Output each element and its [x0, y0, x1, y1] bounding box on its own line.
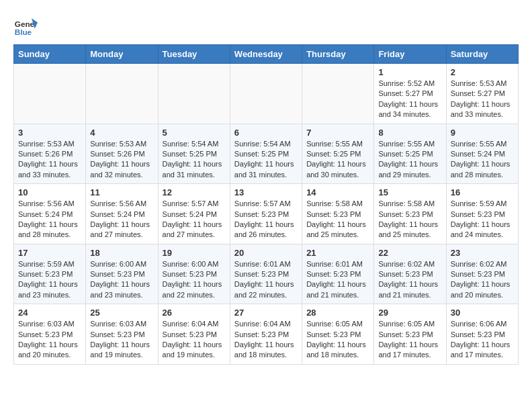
day-number: 26 [163, 308, 226, 318]
day-info: Sunrise: 6:05 AM Sunset: 5:23 PM Dayligh… [306, 319, 369, 361]
calendar-cell: 23Sunrise: 6:02 AM Sunset: 5:23 PM Dayli… [446, 244, 518, 304]
day-info: Sunrise: 5:58 AM Sunset: 5:23 PM Dayligh… [378, 199, 441, 240]
day-info: Sunrise: 5:59 AM Sunset: 5:23 PM Dayligh… [451, 199, 514, 240]
day-number: 17 [18, 248, 81, 258]
day-number: 19 [163, 248, 226, 258]
day-info: Sunrise: 5:56 AM Sunset: 5:24 PM Dayligh… [18, 199, 81, 240]
calendar-cell: 15Sunrise: 5:58 AM Sunset: 5:23 PM Dayli… [374, 184, 446, 244]
calendar-cell [86, 64, 158, 124]
day-info: Sunrise: 5:57 AM Sunset: 5:24 PM Dayligh… [163, 199, 226, 240]
day-info: Sunrise: 5:55 AM Sunset: 5:24 PM Dayligh… [451, 139, 514, 181]
calendar-cell [230, 64, 302, 124]
calendar-cell: 7Sunrise: 5:55 AM Sunset: 5:25 PM Daylig… [302, 124, 374, 184]
day-number: 15 [378, 187, 441, 197]
header-tuesday: Tuesday [158, 45, 230, 64]
day-number: 2 [451, 67, 514, 77]
day-info: Sunrise: 5:57 AM Sunset: 5:23 PM Dayligh… [234, 199, 298, 240]
calendar-cell: 3Sunrise: 5:53 AM Sunset: 5:26 PM Daylig… [14, 124, 86, 184]
day-info: Sunrise: 5:52 AM Sunset: 5:27 PM Dayligh… [378, 79, 441, 120]
logo: General Blue [13, 13, 38, 38]
day-info: Sunrise: 6:01 AM Sunset: 5:23 PM Dayligh… [234, 259, 298, 301]
header-monday: Monday [86, 45, 158, 64]
calendar-cell: 18Sunrise: 6:00 AM Sunset: 5:23 PM Dayli… [86, 244, 158, 304]
calendar-table: SundayMondayTuesdayWednesdayThursdayFrid… [13, 44, 519, 365]
calendar-cell: 16Sunrise: 5:59 AM Sunset: 5:23 PM Dayli… [446, 184, 518, 244]
day-number: 3 [18, 128, 81, 138]
calendar-cell: 28Sunrise: 6:05 AM Sunset: 5:23 PM Dayli… [302, 304, 374, 365]
day-info: Sunrise: 6:06 AM Sunset: 5:23 PM Dayligh… [451, 319, 514, 361]
day-number: 13 [234, 187, 298, 197]
calendar-cell: 13Sunrise: 5:57 AM Sunset: 5:23 PM Dayli… [230, 184, 302, 244]
header-row: SundayMondayTuesdayWednesdayThursdayFrid… [14, 45, 519, 64]
day-number: 12 [163, 187, 226, 197]
week-row-0: 1Sunrise: 5:52 AM Sunset: 5:27 PM Daylig… [14, 64, 519, 124]
week-row-3: 17Sunrise: 5:59 AM Sunset: 5:23 PM Dayli… [14, 244, 519, 304]
day-number: 4 [90, 128, 153, 138]
day-info: Sunrise: 6:02 AM Sunset: 5:23 PM Dayligh… [451, 259, 514, 301]
header-sunday: Sunday [14, 45, 86, 64]
day-number: 6 [234, 128, 298, 138]
calendar-cell: 26Sunrise: 6:04 AM Sunset: 5:23 PM Dayli… [158, 304, 230, 365]
day-number: 23 [451, 248, 514, 258]
calendar-cell: 24Sunrise: 6:03 AM Sunset: 5:23 PM Dayli… [14, 304, 86, 365]
day-info: Sunrise: 5:53 AM Sunset: 5:26 PM Dayligh… [90, 139, 153, 181]
calendar-cell: 22Sunrise: 6:02 AM Sunset: 5:23 PM Dayli… [374, 244, 446, 304]
day-info: Sunrise: 5:56 AM Sunset: 5:24 PM Dayligh… [90, 199, 153, 240]
calendar-cell: 6Sunrise: 5:54 AM Sunset: 5:25 PM Daylig… [230, 124, 302, 184]
day-info: Sunrise: 6:03 AM Sunset: 5:23 PM Dayligh… [90, 319, 153, 361]
header-saturday: Saturday [446, 45, 518, 64]
week-row-2: 10Sunrise: 5:56 AM Sunset: 5:24 PM Dayli… [14, 184, 519, 244]
day-number: 21 [306, 248, 369, 258]
calendar-cell [302, 64, 374, 124]
page-header: General Blue [13, 13, 519, 38]
day-info: Sunrise: 6:03 AM Sunset: 5:23 PM Dayligh… [18, 319, 81, 361]
day-number: 29 [378, 308, 441, 318]
day-info: Sunrise: 6:05 AM Sunset: 5:23 PM Dayligh… [378, 319, 441, 361]
day-number: 1 [378, 67, 441, 77]
calendar-cell: 20Sunrise: 6:01 AM Sunset: 5:23 PM Dayli… [230, 244, 302, 304]
calendar-cell: 1Sunrise: 5:52 AM Sunset: 5:27 PM Daylig… [374, 64, 446, 124]
header-friday: Friday [374, 45, 446, 64]
calendar-cell [158, 64, 230, 124]
day-info: Sunrise: 6:04 AM Sunset: 5:23 PM Dayligh… [163, 319, 226, 361]
day-number: 8 [378, 128, 441, 138]
week-row-1: 3Sunrise: 5:53 AM Sunset: 5:26 PM Daylig… [14, 124, 519, 184]
day-number: 27 [234, 308, 298, 318]
calendar-header: SundayMondayTuesdayWednesdayThursdayFrid… [14, 45, 519, 64]
header-wednesday: Wednesday [230, 45, 302, 64]
logo-icon: General Blue [13, 13, 38, 38]
day-number: 14 [306, 187, 369, 197]
calendar-cell: 25Sunrise: 6:03 AM Sunset: 5:23 PM Dayli… [86, 304, 158, 365]
day-number: 25 [90, 308, 153, 318]
calendar-cell: 17Sunrise: 5:59 AM Sunset: 5:23 PM Dayli… [14, 244, 86, 304]
calendar-cell [14, 64, 86, 124]
day-number: 30 [451, 308, 514, 318]
week-row-4: 24Sunrise: 6:03 AM Sunset: 5:23 PM Dayli… [14, 304, 519, 365]
day-info: Sunrise: 6:02 AM Sunset: 5:23 PM Dayligh… [378, 259, 441, 301]
day-info: Sunrise: 6:01 AM Sunset: 5:23 PM Dayligh… [306, 259, 369, 301]
day-info: Sunrise: 6:00 AM Sunset: 5:23 PM Dayligh… [163, 259, 226, 301]
day-number: 5 [163, 128, 226, 138]
calendar-cell: 30Sunrise: 6:06 AM Sunset: 5:23 PM Dayli… [446, 304, 518, 365]
header-thursday: Thursday [302, 45, 374, 64]
day-info: Sunrise: 5:58 AM Sunset: 5:23 PM Dayligh… [306, 199, 369, 240]
day-number: 28 [306, 308, 369, 318]
calendar-cell: 12Sunrise: 5:57 AM Sunset: 5:24 PM Dayli… [158, 184, 230, 244]
day-number: 20 [234, 248, 298, 258]
day-info: Sunrise: 5:54 AM Sunset: 5:25 PM Dayligh… [234, 139, 298, 181]
day-number: 11 [90, 187, 153, 197]
day-info: Sunrise: 5:55 AM Sunset: 5:25 PM Dayligh… [306, 139, 369, 181]
day-number: 22 [378, 248, 441, 258]
day-info: Sunrise: 5:59 AM Sunset: 5:23 PM Dayligh… [18, 259, 81, 301]
day-number: 18 [90, 248, 153, 258]
calendar-cell: 14Sunrise: 5:58 AM Sunset: 5:23 PM Dayli… [302, 184, 374, 244]
calendar-cell: 2Sunrise: 5:53 AM Sunset: 5:27 PM Daylig… [446, 64, 518, 124]
day-info: Sunrise: 6:04 AM Sunset: 5:23 PM Dayligh… [234, 319, 298, 361]
calendar-cell: 21Sunrise: 6:01 AM Sunset: 5:23 PM Dayli… [302, 244, 374, 304]
day-info: Sunrise: 5:55 AM Sunset: 5:25 PM Dayligh… [378, 139, 441, 181]
svg-text:Blue: Blue [15, 28, 32, 36]
day-number: 10 [18, 187, 81, 197]
calendar-cell: 10Sunrise: 5:56 AM Sunset: 5:24 PM Dayli… [14, 184, 86, 244]
day-number: 7 [306, 128, 369, 138]
calendar-cell: 5Sunrise: 5:54 AM Sunset: 5:25 PM Daylig… [158, 124, 230, 184]
